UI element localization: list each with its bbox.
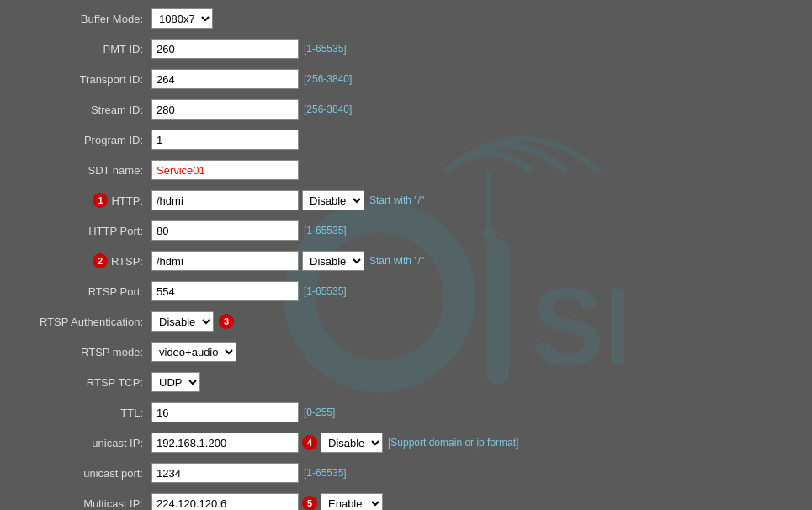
- http-input[interactable]: [151, 190, 299, 210]
- stream-id-input[interactable]: [151, 99, 299, 120]
- rtsp-tcp-select[interactable]: UDP TCP: [151, 372, 200, 392]
- rtsp-auth-label: RTSP Authentication:: [17, 316, 151, 328]
- sdt-name-input[interactable]: [151, 160, 299, 180]
- http-hint: Start with "/": [369, 194, 424, 206]
- http-badge: 1: [93, 193, 108, 208]
- rtsp-tcp-row: RTSP TCP: UDP TCP: [17, 370, 795, 394]
- http-port-row: HTTP Port: [1-65535]: [17, 219, 795, 242]
- rtsp-auth-badge: 3: [219, 314, 234, 329]
- stream-id-row: Stream ID: [256-3840]: [17, 98, 795, 121]
- stream-id-range: [256-3840]: [304, 104, 352, 115]
- ttl-label: TTL:: [17, 406, 151, 419]
- http-port-range: [1-65535]: [304, 225, 347, 236]
- http-select[interactable]: Disable Enable: [302, 190, 364, 210]
- unicast-ip-select[interactable]: Disable Enable: [321, 433, 383, 453]
- pmt-id-range: [1-65535]: [304, 43, 347, 55]
- unicast-ip-badge: 4: [302, 435, 317, 450]
- rtsp-tcp-label: RTSP TCP:: [17, 376, 151, 389]
- program-id-row: Program ID:: [17, 128, 795, 151]
- transport-id-range: [256-3840]: [304, 73, 352, 85]
- http-port-label: HTTP Port:: [17, 225, 151, 237]
- program-id-input[interactable]: [151, 130, 299, 150]
- rtsp-port-row: RTSP Port: [1-65535]: [17, 279, 795, 303]
- rtsp-port-label: RTSP Port:: [17, 285, 151, 298]
- multicast-ip-label: Multicast IP:: [17, 497, 151, 510]
- unicast-port-input[interactable]: [151, 463, 299, 483]
- rtsp-port-range: [1-65535]: [304, 285, 347, 297]
- transport-id-input[interactable]: [151, 69, 299, 89]
- ttl-input[interactable]: [151, 402, 299, 422]
- multicast-ip-input[interactable]: [151, 493, 299, 510]
- unicast-ip-input[interactable]: [151, 433, 299, 453]
- transport-id-row: Transport ID: [256-3840]: [17, 67, 795, 91]
- buffer-mode-row: Buffer Mode: 1080x7: [17, 7, 795, 30]
- unicast-ip-row: unicast IP: 4 Disable Enable [Support do…: [17, 431, 795, 454]
- unicast-port-row: unicast port: [1-65535]: [17, 461, 795, 485]
- http-label: 1 HTTP:: [17, 193, 151, 208]
- stream-id-label: Stream ID:: [17, 104, 151, 116]
- pmt-id-input[interactable]: [151, 39, 299, 59]
- sdt-name-label: SDT name:: [17, 164, 151, 177]
- unicast-ip-label: unicast IP:: [17, 437, 151, 449]
- rtsp-auth-row: RTSP Authentication: Disable Enable 3: [17, 310, 795, 333]
- multicast-ip-row: Multicast IP: 5 Enable Disable: [17, 491, 795, 510]
- rtsp-mode-label: RTSP mode:: [17, 346, 151, 359]
- unicast-ip-hint: [Support domain or ip format]: [388, 437, 518, 449]
- rtsp-mode-row: RTSP mode: video+audio video only audio …: [17, 340, 795, 364]
- http-row: 1 HTTP: Disable Enable Start with "/": [17, 189, 795, 212]
- rtsp-select[interactable]: Disable Enable: [302, 251, 364, 271]
- rtsp-label: 2 RTSP:: [17, 253, 151, 268]
- rtsp-port-input[interactable]: [151, 281, 299, 301]
- sdt-name-row: SDT name:: [17, 158, 795, 182]
- rtsp-row: 2 RTSP: Disable Enable Start with "/": [17, 249, 795, 273]
- unicast-port-range: [1-65535]: [304, 467, 347, 479]
- multicast-ip-badge: 5: [302, 496, 317, 510]
- ttl-row: TTL: [0-255]: [17, 401, 795, 424]
- rtsp-auth-select[interactable]: Disable Enable: [151, 311, 214, 332]
- rtsp-hint: Start with "/": [369, 255, 424, 267]
- http-port-input[interactable]: [151, 220, 299, 241]
- program-id-label: Program ID:: [17, 134, 151, 146]
- rtsp-badge: 2: [93, 253, 108, 268]
- pmt-id-label: PMT ID:: [17, 43, 151, 56]
- rtsp-mode-select[interactable]: video+audio video only audio only: [151, 342, 236, 362]
- buffer-mode-label: Buffer Mode:: [17, 13, 151, 25]
- form-container: Buffer Mode: 1080x7 PMT ID: [1-65535] Tr…: [0, 0, 812, 510]
- buffer-mode-select[interactable]: 1080x7: [151, 8, 213, 29]
- pmt-id-row: PMT ID: [1-65535]: [17, 37, 795, 61]
- multicast-ip-select[interactable]: Enable Disable: [321, 493, 383, 510]
- unicast-port-label: unicast port:: [17, 467, 151, 480]
- transport-id-label: Transport ID:: [17, 73, 151, 86]
- ttl-range: [0-255]: [304, 406, 335, 418]
- rtsp-input[interactable]: [151, 251, 299, 271]
